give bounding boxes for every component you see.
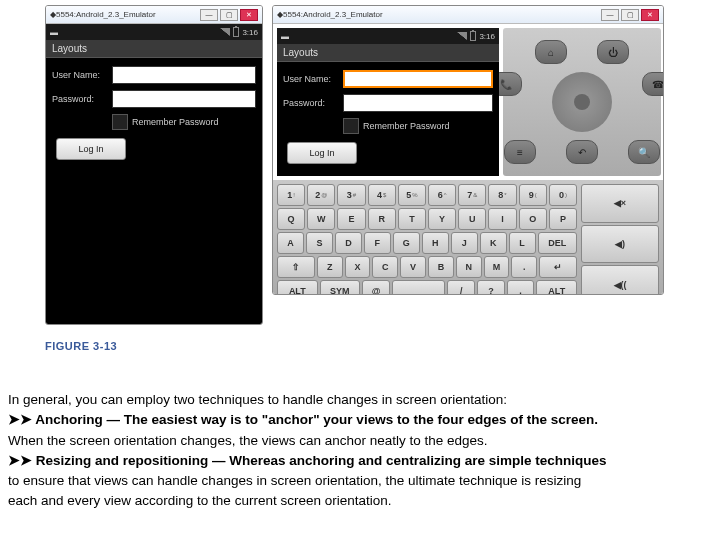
phone-screen: ▬ 3:16 Layouts User Name: Password: <box>277 28 499 176</box>
side-key[interactable]: ◀) <box>581 225 659 264</box>
key-M[interactable]: M <box>484 256 510 278</box>
hw-search-icon[interactable]: 🔍 <box>628 140 660 164</box>
battery-icon <box>233 27 239 37</box>
key-G[interactable]: G <box>393 232 420 254</box>
key-W[interactable]: W <box>307 208 335 230</box>
emulator-portrait: ◆ 5554:Android_2.3_Emulator — ▢ ✕ ▬ 3:16… <box>45 5 263 325</box>
key-X[interactable]: X <box>345 256 371 278</box>
text-bullet: ➤➤ Anchoring — The easiest way is to "an… <box>8 412 598 427</box>
key-Z[interactable]: Z <box>317 256 343 278</box>
password-input[interactable] <box>112 90 256 108</box>
maximize-button[interactable]: ▢ <box>220 9 238 21</box>
username-label: User Name: <box>52 70 112 80</box>
remember-label: Remember Password <box>363 121 450 131</box>
key-V[interactable]: V <box>400 256 426 278</box>
key-3[interactable]: 3# <box>337 184 365 206</box>
side-key[interactable]: ◀(( <box>581 265 659 295</box>
hardware-panel: ⌂ ⏻ 📞 ☎ ≡ ↶ 🔍 <box>503 28 661 176</box>
battery-icon <box>470 31 476 41</box>
key-,[interactable]: , <box>507 280 535 295</box>
status-bar: ▬ 3:16 <box>277 28 499 44</box>
login-button[interactable]: Log In <box>287 142 357 164</box>
key-S[interactable]: S <box>306 232 333 254</box>
hw-end-icon[interactable]: ☎ <box>642 72 664 96</box>
figure-area: ◆ 5554:Android_2.3_Emulator — ▢ ✕ ▬ 3:16… <box>0 0 720 340</box>
username-input[interactable] <box>343 70 493 88</box>
key-U[interactable]: U <box>458 208 486 230</box>
hw-volume-icon[interactable]: ⌂ <box>535 40 567 64</box>
key-J[interactable]: J <box>451 232 478 254</box>
key-7[interactable]: 7& <box>458 184 486 206</box>
hw-back-icon[interactable]: ↶ <box>566 140 598 164</box>
key-Q[interactable]: Q <box>277 208 305 230</box>
key-6[interactable]: 6^ <box>428 184 456 206</box>
key-D[interactable]: D <box>335 232 362 254</box>
app-title: Layouts <box>46 40 262 58</box>
minimize-button[interactable]: — <box>601 9 619 21</box>
key-space[interactable] <box>392 280 445 295</box>
text-line: In general, you can employ two technique… <box>8 390 712 410</box>
signal-icon <box>457 32 467 40</box>
maximize-button[interactable]: ▢ <box>621 9 639 21</box>
key-5[interactable]: 5% <box>398 184 426 206</box>
key-8[interactable]: 8* <box>488 184 516 206</box>
key-N[interactable]: N <box>456 256 482 278</box>
key-4[interactable]: 4$ <box>368 184 396 206</box>
key-T[interactable]: T <box>398 208 426 230</box>
dpad[interactable] <box>552 72 612 132</box>
text-line: to ensure that views can handle changes … <box>8 471 712 491</box>
key-H[interactable]: H <box>422 232 449 254</box>
key-B[interactable]: B <box>428 256 454 278</box>
side-key[interactable]: ◀× <box>581 184 659 223</box>
key-.[interactable]: . <box>511 256 537 278</box>
password-label: Password: <box>52 94 112 104</box>
app-title: Layouts <box>277 44 499 62</box>
clock: 3:16 <box>242 28 258 37</box>
key-O[interactable]: O <box>519 208 547 230</box>
close-button[interactable]: ✕ <box>641 9 659 21</box>
text-bullet: ➤➤ Resizing and repositioning — Whereas … <box>8 453 607 468</box>
key-ALT[interactable]: ALT <box>536 280 577 295</box>
remember-checkbox[interactable] <box>343 118 359 134</box>
key-DEL[interactable]: DEL <box>538 232 577 254</box>
key-0[interactable]: 0) <box>549 184 577 206</box>
key-@[interactable]: @ <box>362 280 390 295</box>
status-bar: ▬ 3:16 <box>46 24 262 40</box>
phone-screen: ▬ 3:16 Layouts User Name: Password: <box>46 24 262 325</box>
key-P[interactable]: P <box>549 208 577 230</box>
notif-icon: ▬ <box>50 28 58 37</box>
key-L[interactable]: L <box>509 232 536 254</box>
key-R[interactable]: R <box>368 208 396 230</box>
key-Y[interactable]: Y <box>428 208 456 230</box>
figure-caption: FIGURE 3-13 <box>45 340 117 352</box>
hw-power-icon[interactable]: ⏻ <box>597 40 629 64</box>
key-C[interactable]: C <box>372 256 398 278</box>
key-?[interactable]: ? <box>477 280 505 295</box>
password-input[interactable] <box>343 94 493 112</box>
key-K[interactable]: K <box>480 232 507 254</box>
password-label: Password: <box>283 98 343 108</box>
window-titlebar: ◆ 5554:Android_2.3_Emulator — ▢ ✕ <box>46 6 262 24</box>
keyboard: 1!2@3#4$5%6^7&8*9(0)QWERTYUIOPASDFGHJKLD… <box>273 180 663 295</box>
key-↵[interactable]: ↵ <box>539 256 577 278</box>
key-/[interactable]: / <box>447 280 475 295</box>
key-F[interactable]: F <box>364 232 391 254</box>
key-9[interactable]: 9( <box>519 184 547 206</box>
key-SYM[interactable]: SYM <box>320 280 361 295</box>
key-E[interactable]: E <box>337 208 365 230</box>
key-I[interactable]: I <box>488 208 516 230</box>
key-A[interactable]: A <box>277 232 304 254</box>
remember-checkbox[interactable] <box>112 114 128 130</box>
key-shift[interactable]: ⇧ <box>277 256 315 278</box>
minimize-button[interactable]: — <box>200 9 218 21</box>
key-ALT[interactable]: ALT <box>277 280 318 295</box>
key-2[interactable]: 2@ <box>307 184 335 206</box>
remember-label: Remember Password <box>132 117 219 127</box>
hw-menu-icon[interactable]: ≡ <box>504 140 536 164</box>
window-title: 5554:Android_2.3_Emulator <box>56 10 200 19</box>
login-button[interactable]: Log In <box>56 138 126 160</box>
key-1[interactable]: 1! <box>277 184 305 206</box>
close-button[interactable]: ✕ <box>240 9 258 21</box>
username-input[interactable] <box>112 66 256 84</box>
username-label: User Name: <box>283 74 343 84</box>
